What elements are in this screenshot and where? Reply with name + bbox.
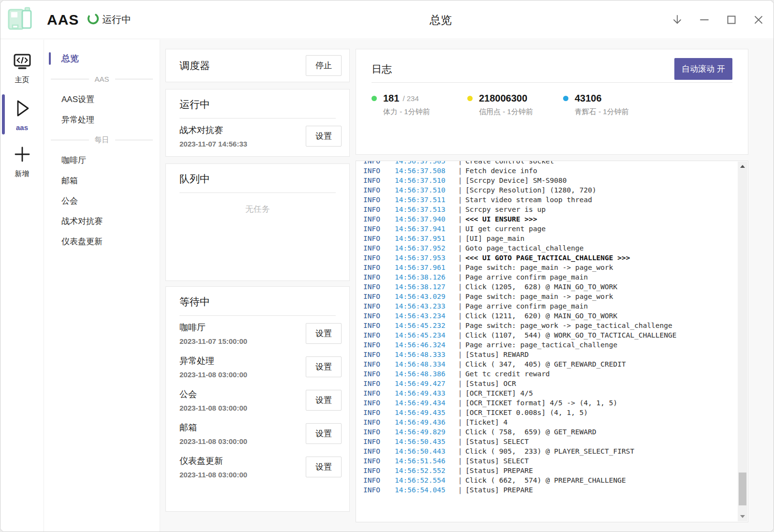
settings-button[interactable]: 设置 <box>306 390 342 411</box>
settings-button[interactable]: 设置 <box>306 126 342 147</box>
settings-button[interactable]: 设置 <box>306 423 342 444</box>
log-level: INFO <box>356 234 395 243</box>
play-icon <box>13 98 32 120</box>
task-menu: 总览 AAS AAS设置 异常处理 每日 <box>44 40 160 532</box>
close-button[interactable] <box>752 14 765 26</box>
log-message: [Ticket] 4 <box>465 417 507 427</box>
settings-button[interactable]: 设置 <box>306 457 342 477</box>
log-separator: | <box>455 205 465 214</box>
scroll-down-arrow[interactable] <box>738 512 747 521</box>
menu-item-label: AAS设置 <box>61 94 94 105</box>
log-timestamp: 14:56:45.232 <box>395 321 455 330</box>
menu-item-overview[interactable]: 总览 <box>44 48 160 69</box>
log-message: Goto page_tactical_challenge <box>465 243 583 253</box>
menu-item[interactable]: 异常处理 <box>44 109 160 130</box>
log-timestamp: 14:56:49.829 <box>395 427 455 437</box>
menu-item[interactable]: 战术对抗赛 <box>44 211 160 231</box>
log-line: INFO 14:56:37.505 | Create control socke… <box>356 161 748 166</box>
waiting-title: 等待中 <box>179 295 342 309</box>
log-timestamp: 14:56:37.951 <box>395 234 455 243</box>
log-level: INFO <box>356 311 395 321</box>
autoscroll-toggle-button[interactable]: 自动滚动 开 <box>674 58 732 80</box>
menu-item-label: 战术对抗赛 <box>61 216 103 227</box>
minimize-button[interactable] <box>698 14 711 26</box>
card-queue: 队列中 无任务 <box>165 163 350 281</box>
log-line: INFO 14:56:51.546 | [Status] SELECT <box>356 456 748 466</box>
queue-title: 队列中 <box>179 172 336 186</box>
log-separator: | <box>455 321 465 330</box>
rail-item-add[interactable]: 新增 <box>0 139 44 183</box>
log-separator: | <box>455 398 465 408</box>
card-waiting: 等待中 咖啡厅 2023-11-07 15:00:00 设置 异常处理 <box>165 286 350 512</box>
icon-rail: 主页 aas 新增 <box>0 40 44 532</box>
log-timestamp: 14:56:37.511 <box>395 195 455 205</box>
log-message: Click ( 758, 659) @ GET_REWARD <box>465 427 596 437</box>
log-separator: | <box>455 350 465 359</box>
log-level: INFO <box>356 379 395 388</box>
menu-item[interactable]: 咖啡厅 <box>44 150 160 170</box>
task-time: 2023-11-08 03:00:00 <box>179 471 247 479</box>
log-level: INFO <box>356 243 395 253</box>
settings-button[interactable]: 设置 <box>306 323 342 344</box>
log-line: INFO 14:56:50.443 | Click ( 905, 233) @ … <box>356 446 748 456</box>
log-separator: | <box>455 161 465 166</box>
log-message: Click (1205, 628) @ MAIN_GO_TO_WORK <box>465 282 617 292</box>
stat-dot <box>563 96 568 101</box>
task-name: 异常处理 <box>179 355 247 367</box>
running-task-row: 战术对抗赛 2023-11-07 14:56:33 设置 <box>179 118 342 152</box>
log-level: INFO <box>356 408 395 417</box>
rail-item-label: aas <box>16 123 28 132</box>
card-scheduler: 调度器 停止 <box>165 49 350 82</box>
rail-item-aas[interactable]: aas <box>0 92 44 136</box>
menu-item[interactable]: 仪表盘更新 <box>44 231 160 251</box>
log-separator: | <box>455 456 465 466</box>
log-level: INFO <box>356 417 395 427</box>
log-level: INFO <box>356 388 395 398</box>
window-controls <box>671 0 765 39</box>
log-timestamp: 14:56:49.436 <box>395 417 455 427</box>
settings-button[interactable]: 设置 <box>306 356 342 377</box>
scrollbar-thumb[interactable] <box>739 473 746 505</box>
log-timestamp: 14:56:43.234 <box>395 311 455 321</box>
log-title: 日志 <box>372 62 392 76</box>
app-name: AAS <box>47 12 79 28</box>
log-line: INFO 14:56:49.435 | [OCR_TICKET 0.008s] … <box>356 408 748 417</box>
log-timestamp: 14:56:37.952 <box>395 243 455 253</box>
menu-item[interactable]: 公会 <box>44 191 160 211</box>
update-download-button[interactable] <box>671 14 684 26</box>
card-log-header: 日志 自动滚动 开 181 / 234 体力 - 1分钟前 <box>356 49 748 155</box>
log-timestamp: 14:56:38.126 <box>395 272 455 282</box>
log-message: [Status] SELECT <box>465 437 529 446</box>
log-timestamp: 14:56:49.434 <box>395 398 455 408</box>
log-level: INFO <box>356 195 395 205</box>
queue-empty-text: 无任务 <box>179 204 336 215</box>
log-line: INFO 14:56:49.436 | [Ticket] 4 <box>356 417 748 427</box>
log-message: Page switch: page_main -> page_work <box>465 263 613 272</box>
menu-item[interactable]: AAS设置 <box>44 89 160 109</box>
log-message: Start video stream loop thread <box>465 195 592 205</box>
maximize-button[interactable] <box>725 14 738 26</box>
stop-button[interactable]: 停止 <box>306 55 342 76</box>
log-level: INFO <box>356 359 395 369</box>
log-separator: | <box>455 340 465 350</box>
log-scrollbar[interactable] <box>738 162 747 521</box>
log-level: INFO <box>356 185 395 195</box>
task-name: 咖啡厅 <box>179 322 247 333</box>
waiting-task-row: 仪表盘更新 2023-11-08 03:00:00 设置 <box>179 449 342 483</box>
menu-section-label: 每日 <box>95 135 109 145</box>
log-line: INFO 14:56:37.961 | Page switch: page_ma… <box>356 263 748 272</box>
log-panel[interactable]: INFO 14:56:37.505 | Create control socke… <box>356 161 748 522</box>
menu-item[interactable]: 邮箱 <box>44 170 160 191</box>
log-timestamp: 14:56:52.552 <box>395 466 455 475</box>
log-timestamp: 14:56:37.510 <box>395 176 455 185</box>
log-line: INFO 14:56:52.554 | Click ( 662, 574) @ … <box>356 475 748 485</box>
log-timestamp: 14:56:43.233 <box>395 301 455 311</box>
log-timestamp: 14:56:48.333 <box>395 350 455 359</box>
log-level: INFO <box>356 263 395 272</box>
scroll-up-arrow[interactable] <box>738 162 747 171</box>
log-level: INFO <box>356 321 395 330</box>
log-line: INFO 14:56:37.952 | Goto page_tactical_c… <box>356 243 748 253</box>
log-separator: | <box>455 214 465 224</box>
log-message: Create control socket <box>465 161 554 166</box>
rail-item-home[interactable]: 主页 <box>0 47 44 89</box>
